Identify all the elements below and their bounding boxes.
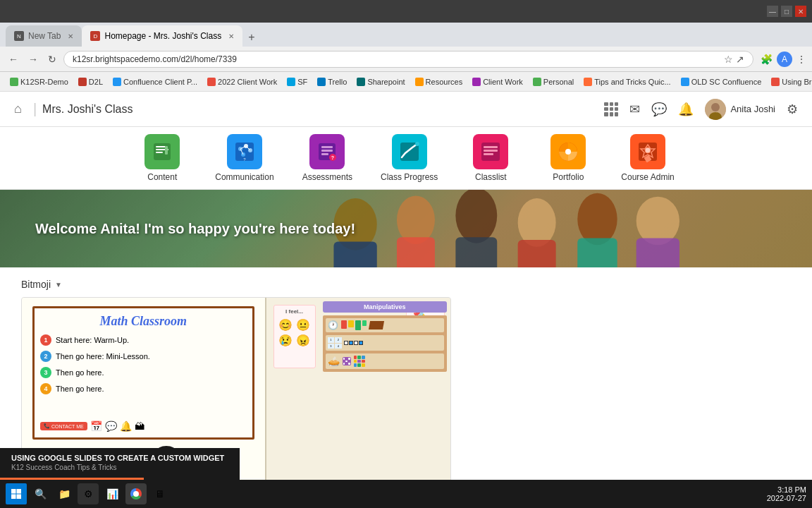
chat-icon[interactable]: 💬 <box>651 102 667 117</box>
tab-favicon-brightspace: D <box>90 31 100 41</box>
app3-icon: 🖥 <box>155 488 165 500</box>
bookmark-confluence[interactable]: Confluence Client P... <box>109 76 202 87</box>
header-actions: ✉ 💬 🔔 Anita Joshi ⚙ <box>604 99 798 120</box>
classroom-steps-list: 1 Start here: Warm-Up. 2 Then go here: M… <box>40 334 247 394</box>
more-options-icon[interactable]: ⋮ <box>796 54 806 65</box>
maximize-btn[interactable]: □ <box>781 6 792 17</box>
new-tab-btn[interactable]: + <box>242 28 260 47</box>
avatar[interactable] <box>705 99 726 120</box>
nav-communication[interactable]: ? Communication <box>215 134 273 189</box>
bookmark-sf[interactable]: SF <box>283 76 312 87</box>
grid-menu-icon[interactable] <box>604 102 618 116</box>
extensions-icon[interactable]: 🧩 <box>761 54 773 65</box>
share-icon[interactable]: ↗ <box>736 54 744 65</box>
calendar-icon[interactable]: 📅 <box>90 421 102 432</box>
nav-class-progress[interactable]: Class Progress <box>381 134 438 189</box>
taskbar-search[interactable]: 🔍 <box>30 483 51 504</box>
svg-rect-19 <box>321 150 333 152</box>
start-button[interactable] <box>6 483 27 504</box>
bell-icon[interactable]: 🔔 <box>678 102 694 117</box>
ten-frames <box>344 341 372 345</box>
bookmark-sharepoint[interactable]: Sharepoint <box>352 76 409 87</box>
feelings-emojis: 😊 😐 😢 😠 <box>277 318 312 349</box>
bookmark-k12sr[interactable]: K12SR-Demo <box>6 76 73 87</box>
user-profile[interactable]: Anita Joshi <box>705 99 775 120</box>
bookmark-confluence-old[interactable]: OLD SC Confluence <box>677 76 766 87</box>
class-progress-icon <box>392 134 427 169</box>
nav-classlist[interactable]: Classlist <box>466 134 515 189</box>
clock-date: 2022-07-27 <box>767 494 806 502</box>
taskbar-chrome[interactable] <box>125 483 147 504</box>
bookmark-confluence-label: Confluence Client P... <box>123 78 197 86</box>
svg-rect-27 <box>484 150 498 152</box>
home-icon[interactable]: ⌂ <box>14 102 22 116</box>
bookmark-tips[interactable]: Tips and Tricks Quic... <box>579 76 675 87</box>
contact-btn[interactable]: 📞 CONTACT ME <box>40 422 87 430</box>
tab-brightspace[interactable]: D Homepage - Mrs. Joshi's Class ✕ <box>82 25 242 47</box>
taskbar-clock: 3:18 PM 2022-07-27 <box>767 485 806 502</box>
bookmark-personal-label: Personal <box>543 78 574 86</box>
block-yellow <box>348 320 354 327</box>
window-controls[interactable]: — □ ✕ <box>767 6 806 17</box>
minimize-btn[interactable]: — <box>767 6 778 17</box>
neutral-emoji: 😐 <box>296 319 310 331</box>
back-btn[interactable]: ← <box>6 52 21 66</box>
bookmark-tips-label: Tips and Tricks Quic... <box>594 78 670 86</box>
bookmark-star-icon[interactable]: ☆ <box>724 54 733 65</box>
bookmark-sharepoint-icon <box>357 78 365 86</box>
nav-content[interactable]: Content <box>137 134 187 189</box>
bookmark-brightspace[interactable]: Using Brightspace i... <box>767 76 812 87</box>
clock-time: 3:18 PM <box>767 485 806 494</box>
nav-portfolio[interactable]: Portfolio <box>543 134 593 189</box>
frame-cell-filled <box>349 341 353 345</box>
taskbar-app-2[interactable]: 📊 <box>102 483 123 504</box>
bookmark-resources[interactable]: Resources <box>411 76 467 87</box>
refresh-btn[interactable]: ↻ <box>45 52 59 66</box>
forward-btn[interactable]: → <box>25 52 41 66</box>
svg-rect-35 <box>334 241 377 267</box>
notification-bar[interactable]: USING GOOGLE SLIDES TO CREATE A CUSTOM W… <box>0 448 240 480</box>
bookmark-personal[interactable]: Personal <box>529 76 578 87</box>
profile-icon[interactable]: A <box>777 52 792 67</box>
bookmark-trello[interactable]: Trello <box>313 76 351 87</box>
nav-course-admin[interactable]: Course Admin <box>621 134 674 189</box>
content-icon <box>144 134 180 169</box>
settings-icon[interactable]: ⚙ <box>787 102 798 117</box>
svg-rect-37 <box>397 237 435 267</box>
taskbar-file-explorer[interactable]: 📁 <box>54 483 75 504</box>
tab-close-new[interactable]: ✕ <box>68 32 73 40</box>
content-label: Content <box>147 172 177 182</box>
nav-assessments[interactable]: ? Assessments <box>302 134 352 189</box>
tab-close-brightspace[interactable]: ✕ <box>228 32 234 40</box>
number-chart: 1 2 3 4 <box>328 337 342 349</box>
svg-point-30 <box>565 149 571 155</box>
bookmark-trello-label: Trello <box>328 78 347 86</box>
bookmark-clientwork[interactable]: Client Work <box>468 76 527 87</box>
svg-point-40 <box>518 198 556 247</box>
manipulatives-area: Manipulatives 🕐 <box>323 301 447 372</box>
taskbar-app-1[interactable]: ⚙ <box>78 483 99 504</box>
blocks-row <box>341 320 367 330</box>
mail-icon[interactable]: ✉ <box>629 102 640 117</box>
shield-icon[interactable]: 🏔 <box>135 421 144 432</box>
nav-bar: ← → ↻ k12sr.brightspacedemo.com/d2l/home… <box>0 47 812 72</box>
chat-bubble-icon[interactable]: 💬 <box>105 421 117 432</box>
app2-icon: 📊 <box>106 488 118 500</box>
bookmark-clientwork2022[interactable]: 2022 Client Work <box>203 76 281 87</box>
bell-icon-2[interactable]: 🔔 <box>120 421 132 432</box>
app-header: ⌂ | Mrs. Joshi's Class ✉ 💬 🔔 <box>0 92 812 127</box>
bitmoji-dropdown[interactable]: Bitmoji ▼ <box>21 279 791 290</box>
svg-rect-18 <box>321 146 333 148</box>
address-bar[interactable]: k12sr.brightspacedemo.com/d2l/home/7339 … <box>63 51 753 68</box>
communication-icon: ? <box>227 134 262 169</box>
feelings-label: I feel... <box>277 308 312 315</box>
taskbar-app-3[interactable]: 🖥 <box>149 483 171 504</box>
tab-new[interactable]: N New Tab ✕ <box>6 25 82 47</box>
svg-rect-58 <box>17 495 22 500</box>
header-divider: | <box>33 101 37 117</box>
frame-cell <box>344 341 348 345</box>
bookmark-d2l[interactable]: D2L <box>74 76 107 87</box>
address-text: k12sr.brightspacedemo.com/d2l/home/7339 <box>73 54 237 64</box>
app1-icon: ⚙ <box>84 488 93 500</box>
close-btn[interactable]: ✕ <box>795 6 806 17</box>
